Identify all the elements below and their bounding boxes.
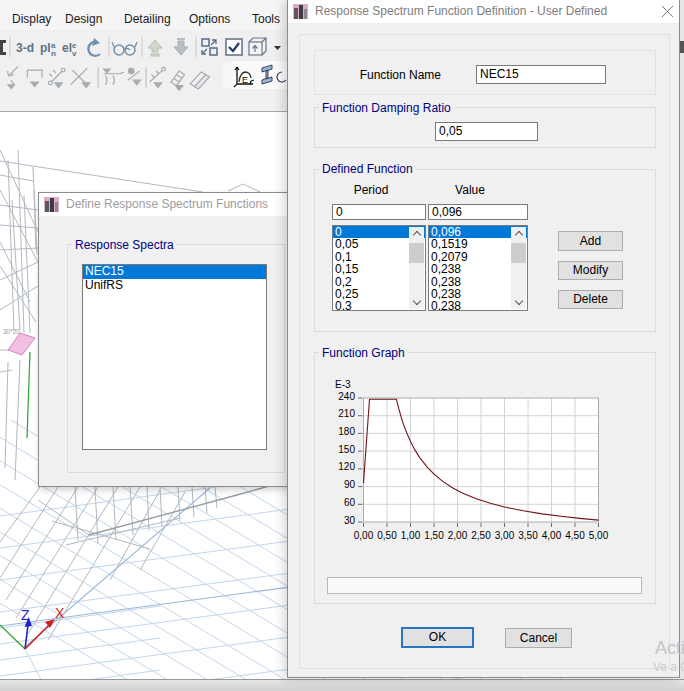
svg-text:v: v [72,49,77,58]
svg-text:90: 90 [344,479,356,490]
svg-text:5,00: 5,00 [589,530,609,541]
svg-text:150: 150 [338,444,355,455]
svg-text:120: 120 [338,461,355,472]
svg-text:4,50: 4,50 [565,530,585,541]
svg-text:E: E [242,75,248,85]
svg-text:1,50: 1,50 [424,530,444,541]
svg-text:2,00: 2,00 [448,530,468,541]
svg-text:0,00: 0,00 [354,530,374,541]
svg-text:1,00: 1,00 [401,530,421,541]
svg-text:60: 60 [344,497,356,508]
svg-text:3,50: 3,50 [518,530,538,541]
svg-text:210: 210 [338,408,355,419]
svg-text:el: el [62,41,72,55]
svg-text:pl: pl [40,41,51,55]
svg-text:Z: Z [21,607,30,623]
svg-text:2,50: 2,50 [471,530,491,541]
svg-text:X: X [55,605,65,621]
svg-text:3-d: 3-d [16,41,34,55]
svg-text:30*20: 30*20 [3,328,20,335]
svg-text:30: 30 [344,515,356,526]
svg-text:n: n [51,49,56,58]
svg-text:240: 240 [338,391,355,402]
svg-text:E-3: E-3 [335,379,351,390]
svg-text:180: 180 [338,426,355,437]
svg-text:4,00: 4,00 [542,530,562,541]
svg-text:0,50: 0,50 [377,530,397,541]
svg-text:3,00: 3,00 [495,530,515,541]
